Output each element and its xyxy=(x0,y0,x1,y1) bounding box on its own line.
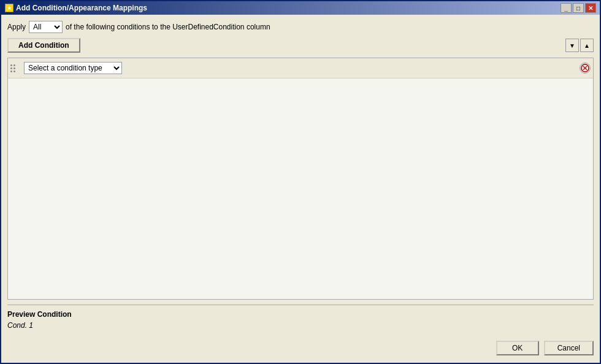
move-buttons: ▼ ▲ xyxy=(565,39,594,52)
drag-handle[interactable] xyxy=(10,64,20,72)
ok-button[interactable]: OK xyxy=(496,341,539,355)
maximize-button[interactable]: □ xyxy=(573,3,584,13)
preview-title: Preview Condition xyxy=(7,310,594,319)
title-bar: ★ Add Condition/Appearance Mappings _ □ … xyxy=(1,1,600,15)
drag-dot xyxy=(13,67,15,69)
toolbar-row: Add Condition ▼ ▲ xyxy=(7,38,594,53)
conditions-area: Select a condition type Value Expression… xyxy=(7,58,594,300)
add-condition-button[interactable]: Add Condition xyxy=(7,38,80,53)
suffix-text: of the following conditions to the UserD… xyxy=(66,23,270,31)
window-body: Apply All Any None of the following cond… xyxy=(1,15,600,363)
minimize-button[interactable]: _ xyxy=(561,3,572,13)
apply-label: Apply xyxy=(7,23,26,31)
drag-dot xyxy=(10,67,12,69)
move-up-button[interactable]: ▲ xyxy=(580,39,594,52)
header-row: Apply All Any None of the following cond… xyxy=(7,21,594,33)
close-button[interactable]: ✕ xyxy=(585,3,596,13)
apply-select[interactable]: All Any None xyxy=(29,21,63,33)
drag-dot xyxy=(13,70,15,72)
condition-type-select[interactable]: Select a condition type Value Expression… xyxy=(24,62,122,74)
remove-condition-button[interactable] xyxy=(580,63,591,74)
main-window: ★ Add Condition/Appearance Mappings _ □ … xyxy=(0,0,601,364)
window-title: Add Condition/Appearance Mappings xyxy=(16,4,147,12)
preview-section: Preview Condition Cond. 1 xyxy=(7,305,594,332)
drag-dot xyxy=(13,64,15,66)
title-bar-left: ★ Add Condition/Appearance Mappings xyxy=(5,4,147,12)
condition-row: Select a condition type Value Expression… xyxy=(8,58,593,78)
drag-dot xyxy=(10,64,12,66)
drag-dot xyxy=(10,70,12,72)
window-icon: ★ xyxy=(5,4,13,12)
move-down-button[interactable]: ▼ xyxy=(565,39,579,52)
preview-text: Cond. 1 xyxy=(7,321,594,330)
remove-icon xyxy=(580,63,590,73)
title-buttons: _ □ ✕ xyxy=(561,3,596,13)
cancel-button[interactable]: Cancel xyxy=(544,341,594,355)
bottom-buttons: OK Cancel xyxy=(7,337,594,357)
